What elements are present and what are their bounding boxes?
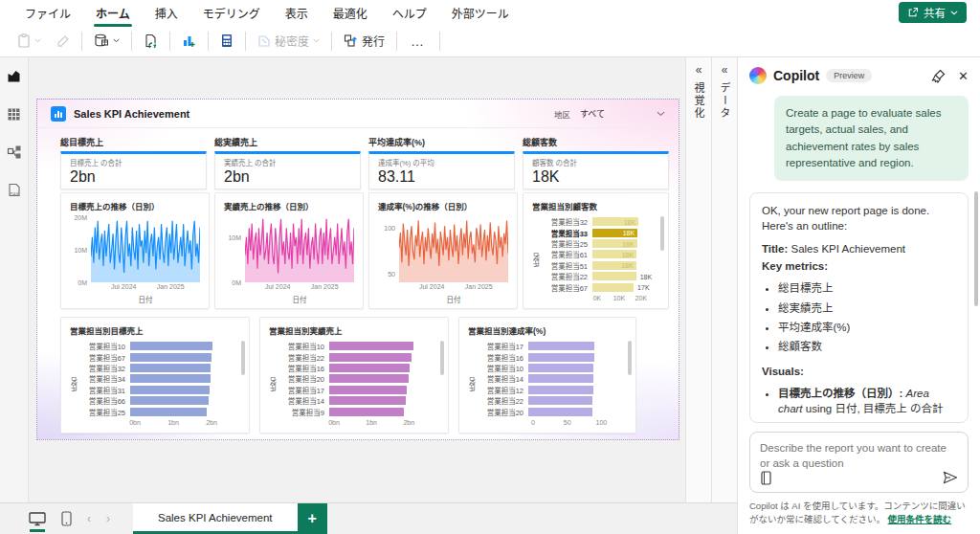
main-area: DAX Sales KPI Achievement 地区 xyxy=(0,57,980,534)
report-view-button[interactable] xyxy=(6,67,23,84)
page-tab-bar: ‹ › Sales KPI Achievement + xyxy=(0,502,737,534)
next-page-button[interactable]: › xyxy=(106,512,110,525)
menu-optimize[interactable]: 最適化 xyxy=(322,1,379,25)
table-view-button[interactable] xyxy=(6,105,23,122)
visual-target-trend-area[interactable]: 目標売上の推移（日別） 20M10M0MJul 2024Jan 2025 日付 xyxy=(60,192,210,309)
visual-scrollbar[interactable] xyxy=(241,341,245,375)
copilot-input-box[interactable]: Describe the report you want to create o… xyxy=(749,432,969,493)
kpi-avg-achievement[interactable]: 平均達成率(%) 達成率(%) の平均83.11 xyxy=(368,136,515,189)
copilot-disclaimer: Copilot は AI を使用しています。コンテンツに間違いがないか常に確認し… xyxy=(749,500,969,527)
powerbi-desktop-window: ファイル ホーム 挿入 モデリング 表示 最適化 ヘルプ 外部ツール 共有 xyxy=(0,0,980,534)
format-painter-button xyxy=(49,29,78,54)
divider xyxy=(331,32,332,51)
visual-target-by-rep-bar[interactable]: 営業担当別目標売上 氏名営業担当10営業担当67営業担当32営業担当34営業担当… xyxy=(60,317,250,434)
new-measure-button[interactable] xyxy=(212,29,241,54)
left-group: DAX Sales KPI Achievement 地区 xyxy=(0,57,737,534)
visual-customers-by-rep-bar[interactable]: 営業担当別顧客数 氏名営業担当3218K営業担当3318K営業担当2518K営業… xyxy=(523,192,669,309)
visual-rate-trend-area[interactable]: 達成率(%)の推移（日別） 10050Jul 2024Jan 2025 日付 xyxy=(368,192,518,309)
menu-file[interactable]: ファイル xyxy=(13,1,82,25)
copilot-response-card: OK, your new report page is done. Here's… xyxy=(749,192,969,423)
bar-row: 営業担当6118K xyxy=(543,249,659,259)
share-button[interactable]: 共有 xyxy=(899,2,967,23)
kpi-total-target[interactable]: 総目標売上 目標売上 の合計2bn xyxy=(60,136,207,189)
menu-view[interactable]: 表示 xyxy=(274,1,320,25)
report-view-icon xyxy=(7,69,21,83)
menu-modeling[interactable]: モデリング xyxy=(191,1,272,25)
bar-row: 営業担当66 xyxy=(80,395,240,406)
bar-row: 営業担当3318K xyxy=(543,228,659,238)
chevron-down-icon xyxy=(34,38,41,43)
data-pane-collapsed[interactable]: « データ xyxy=(711,57,737,502)
metric-item: 総目標売上 xyxy=(778,280,956,296)
bar-row: 営業担当6717K xyxy=(543,282,659,293)
visual-scrollbar[interactable] xyxy=(440,341,444,375)
add-chart-icon xyxy=(182,33,196,48)
menu-insert[interactable]: 挿入 xyxy=(144,1,189,25)
previous-page-button[interactable]: ‹ xyxy=(87,512,91,525)
view-switcher: ‹ › xyxy=(0,503,123,534)
report-canvas[interactable]: Sales KPI Achievement 地区 すべて 総目標売上 xyxy=(29,57,685,502)
chevron-down-icon xyxy=(313,38,320,43)
copilot-logo-icon xyxy=(749,67,767,84)
close-icon[interactable]: ✕ xyxy=(958,70,969,82)
more-commands-button[interactable]: … xyxy=(401,33,435,49)
metric-item: 総顧客数 xyxy=(778,339,956,354)
page-tab-label: Sales KPI Achievement xyxy=(158,512,273,523)
refresh-button[interactable] xyxy=(136,29,166,54)
visualizations-pane-collapsed[interactable]: « 視覚化 xyxy=(685,57,711,502)
refresh-page-icon xyxy=(144,33,158,48)
menu-home[interactable]: ホーム xyxy=(84,1,142,25)
kpi-total-actual[interactable]: 総実績売上 実績売上 の合計2bn xyxy=(214,136,361,189)
new-visual-button[interactable] xyxy=(174,29,204,54)
expand-pane-icon[interactable]: « xyxy=(722,64,728,76)
kpi-total-customers[interactable]: 総顧客数 顧客数 の合計18K xyxy=(523,136,669,189)
table-view-icon xyxy=(7,107,21,122)
copilot-scrollbar[interactable] xyxy=(974,191,978,306)
menu-help[interactable]: ヘルプ xyxy=(381,1,438,25)
model-view-button[interactable] xyxy=(6,144,23,161)
visual-actual-by-rep-bar[interactable]: 営業担当別実績売上 氏名営業担当10営業担当22営業担当16営業担当20営業担当… xyxy=(259,317,449,434)
calculator-icon xyxy=(220,33,234,48)
bar-row: 営業担当14 xyxy=(279,395,439,406)
publish-icon xyxy=(344,33,358,48)
new-page-button[interactable]: + xyxy=(298,503,327,534)
copilot-pane: Copilot Preview ✕ Create a page to evalu… xyxy=(737,57,980,534)
notebook-icon[interactable] xyxy=(760,471,772,485)
visual-rate-by-rep-bar[interactable]: 営業担当別達成率(%) 氏名営業担当17営業担当16営業担当10営業担当14営業… xyxy=(458,317,636,434)
bar-row: 営業担当25 xyxy=(80,407,240,417)
bar-row: 営業担当20 xyxy=(479,407,627,417)
sensitivity-tag-icon xyxy=(257,34,271,48)
share-icon xyxy=(907,7,919,18)
expand-pane-icon[interactable]: « xyxy=(696,64,702,76)
get-data-button[interactable] xyxy=(86,29,127,54)
bar-row: 営業担当14 xyxy=(479,373,627,384)
visual-scrollbar[interactable] xyxy=(628,341,632,375)
divider xyxy=(169,32,170,51)
bar-row: 営業担当67 xyxy=(80,352,240,363)
menu-external-tools[interactable]: 外部ツール xyxy=(440,1,521,25)
visual-scrollbar[interactable] xyxy=(660,216,664,251)
slicer-label: 地区 xyxy=(554,108,570,120)
divider xyxy=(439,32,440,51)
bar-row: 営業担当10 xyxy=(479,363,627,373)
ribbon-toolbar: 秘密度 発行 … xyxy=(0,25,980,57)
dax-query-view-button[interactable]: DAX xyxy=(6,182,23,199)
visual-actual-trend-area[interactable]: 実績売上の推移（日別） 10M0MJul 2024Jan 2025 日付 xyxy=(214,192,364,309)
report-page[interactable]: Sales KPI Achievement 地区 すべて 総目標売上 xyxy=(36,99,679,440)
response-intro: OK, your new report page is done. Here's… xyxy=(762,203,956,234)
publish-button[interactable]: 発行 xyxy=(336,29,392,54)
view-rail: DAX xyxy=(0,57,29,502)
publish-label: 発行 xyxy=(362,33,385,49)
mobile-layout-button[interactable] xyxy=(61,511,72,526)
region-slicer[interactable]: 地区 すべて xyxy=(554,107,665,120)
bar-row: 営業担当34 xyxy=(80,373,240,384)
desktop-layout-button[interactable] xyxy=(29,512,46,526)
response-title-line: Title: Sales KPI Achievement xyxy=(762,241,956,256)
clear-chat-broom-icon[interactable] xyxy=(931,69,946,83)
user-message-bubble: Create a page to evaluate sales targets,… xyxy=(774,96,969,181)
page-tab-sales-kpi[interactable]: Sales KPI Achievement xyxy=(133,503,298,534)
divider xyxy=(131,32,132,51)
send-icon[interactable] xyxy=(943,471,958,484)
terms-link[interactable]: 使用条件を読む xyxy=(888,514,952,524)
bar-row: 営業担当9 xyxy=(279,407,439,417)
